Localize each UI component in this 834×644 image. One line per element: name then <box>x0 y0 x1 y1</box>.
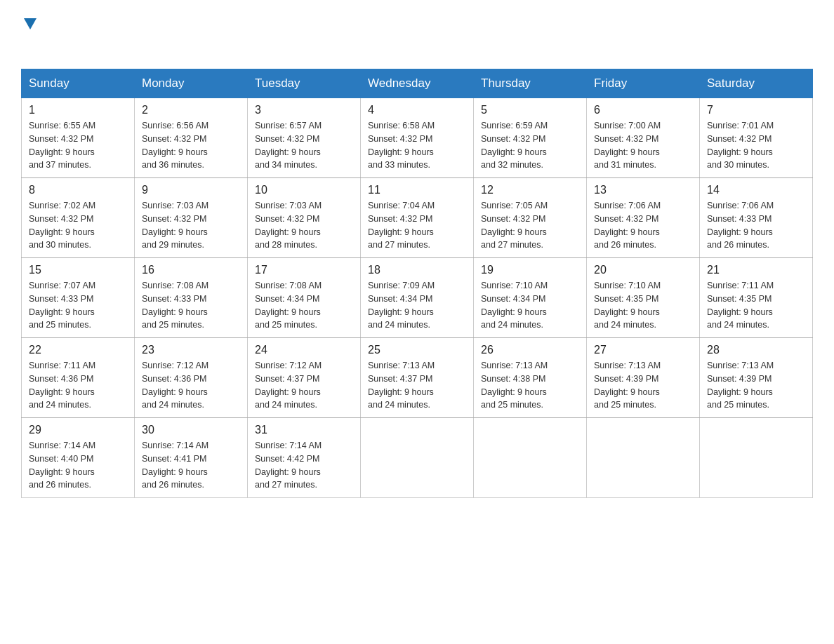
calendar-cell: 29 Sunrise: 7:14 AMSunset: 4:40 PMDaylig… <box>22 418 135 498</box>
weekday-header-monday: Monday <box>135 69 248 98</box>
calendar-cell: 23 Sunrise: 7:12 AMSunset: 4:36 PMDaylig… <box>135 338 248 418</box>
calendar-week-row: 29 Sunrise: 7:14 AMSunset: 4:40 PMDaylig… <box>22 418 813 498</box>
day-number: 24 <box>255 344 353 356</box>
day-number: 5 <box>481 104 579 116</box>
calendar-cell: 15 Sunrise: 7:07 AMSunset: 4:33 PMDaylig… <box>22 258 135 338</box>
day-info: Sunrise: 7:03 AMSunset: 4:32 PMDaylight:… <box>255 201 322 250</box>
day-number: 13 <box>594 184 692 196</box>
calendar-header-row: SundayMondayTuesdayWednesdayThursdayFrid… <box>22 69 813 98</box>
day-info: Sunrise: 6:59 AMSunset: 4:32 PMDaylight:… <box>481 121 548 170</box>
day-info: Sunrise: 7:03 AMSunset: 4:32 PMDaylight:… <box>142 201 208 250</box>
weekday-header-tuesday: Tuesday <box>248 69 361 98</box>
day-number: 15 <box>29 264 127 276</box>
day-number: 29 <box>29 424 127 436</box>
day-number: 3 <box>255 104 353 116</box>
day-info: Sunrise: 7:14 AMSunset: 4:41 PMDaylight:… <box>142 441 208 490</box>
calendar-cell: 8 Sunrise: 7:02 AMSunset: 4:32 PMDayligh… <box>22 178 135 258</box>
day-info: Sunrise: 7:13 AMSunset: 4:39 PMDaylight:… <box>594 361 661 410</box>
weekday-header-friday: Friday <box>587 69 700 98</box>
day-number: 1 <box>29 104 127 116</box>
day-info: Sunrise: 7:12 AMSunset: 4:36 PMDaylight:… <box>142 361 208 410</box>
day-info: Sunrise: 7:08 AMSunset: 4:34 PMDaylight:… <box>255 281 322 330</box>
day-info: Sunrise: 6:58 AMSunset: 4:32 PMDaylight:… <box>368 121 435 170</box>
calendar-cell: 26 Sunrise: 7:13 AMSunset: 4:38 PMDaylig… <box>474 338 587 418</box>
day-number: 18 <box>368 264 466 276</box>
day-info: Sunrise: 6:55 AMSunset: 4:32 PMDaylight:… <box>29 121 95 170</box>
calendar-cell: 4 Sunrise: 6:58 AMSunset: 4:32 PMDayligh… <box>361 98 474 178</box>
calendar-cell: 7 Sunrise: 7:01 AMSunset: 4:32 PMDayligh… <box>700 98 813 178</box>
calendar-cell: 21 Sunrise: 7:11 AMSunset: 4:35 PMDaylig… <box>700 258 813 338</box>
calendar-cell: 30 Sunrise: 7:14 AMSunset: 4:41 PMDaylig… <box>135 418 248 498</box>
day-info: Sunrise: 6:57 AMSunset: 4:32 PMDaylight:… <box>255 121 322 170</box>
calendar-cell: 16 Sunrise: 7:08 AMSunset: 4:33 PMDaylig… <box>135 258 248 338</box>
day-info: Sunrise: 7:09 AMSunset: 4:34 PMDaylight:… <box>368 281 435 330</box>
weekday-header-sunday: Sunday <box>22 69 135 98</box>
calendar-cell: 11 Sunrise: 7:04 AMSunset: 4:32 PMDaylig… <box>361 178 474 258</box>
day-number: 22 <box>29 344 127 356</box>
calendar-cell <box>361 418 474 498</box>
calendar-cell: 1 Sunrise: 6:55 AMSunset: 4:32 PMDayligh… <box>22 98 135 178</box>
calendar-cell: 10 Sunrise: 7:03 AMSunset: 4:32 PMDaylig… <box>248 178 361 258</box>
calendar-cell: 17 Sunrise: 7:08 AMSunset: 4:34 PMDaylig… <box>248 258 361 338</box>
calendar-cell: 25 Sunrise: 7:13 AMSunset: 4:37 PMDaylig… <box>361 338 474 418</box>
day-number: 27 <box>594 344 692 356</box>
day-info: Sunrise: 7:02 AMSunset: 4:32 PMDaylight:… <box>29 201 95 250</box>
day-info: Sunrise: 7:13 AMSunset: 4:39 PMDaylight:… <box>707 361 774 410</box>
calendar-cell: 20 Sunrise: 7:10 AMSunset: 4:35 PMDaylig… <box>587 258 700 338</box>
day-info: Sunrise: 7:10 AMSunset: 4:34 PMDaylight:… <box>481 281 548 330</box>
day-info: Sunrise: 7:01 AMSunset: 4:32 PMDaylight:… <box>707 121 774 170</box>
day-info: Sunrise: 7:06 AMSunset: 4:33 PMDaylight:… <box>707 201 774 250</box>
calendar-week-row: 1 Sunrise: 6:55 AMSunset: 4:32 PMDayligh… <box>22 98 813 178</box>
day-number: 23 <box>142 344 240 356</box>
calendar-cell <box>587 418 700 498</box>
day-number: 8 <box>29 184 127 196</box>
day-info: Sunrise: 7:12 AMSunset: 4:37 PMDaylight:… <box>255 361 322 410</box>
calendar-cell: 2 Sunrise: 6:56 AMSunset: 4:32 PMDayligh… <box>135 98 248 178</box>
calendar-cell: 13 Sunrise: 7:06 AMSunset: 4:32 PMDaylig… <box>587 178 700 258</box>
weekday-header-thursday: Thursday <box>474 69 587 98</box>
calendar-cell: 12 Sunrise: 7:05 AMSunset: 4:32 PMDaylig… <box>474 178 587 258</box>
calendar-cell: 31 Sunrise: 7:14 AMSunset: 4:42 PMDaylig… <box>248 418 361 498</box>
day-info: Sunrise: 7:13 AMSunset: 4:38 PMDaylight:… <box>481 361 548 410</box>
calendar-cell <box>474 418 587 498</box>
day-info: Sunrise: 7:11 AMSunset: 4:35 PMDaylight:… <box>707 281 774 330</box>
day-number: 28 <box>707 344 805 356</box>
day-info: Sunrise: 7:04 AMSunset: 4:32 PMDaylight:… <box>368 201 435 250</box>
day-number: 25 <box>368 344 466 356</box>
calendar-cell: 28 Sunrise: 7:13 AMSunset: 4:39 PMDaylig… <box>700 338 813 418</box>
calendar-cell: 19 Sunrise: 7:10 AMSunset: 4:34 PMDaylig… <box>474 258 587 338</box>
day-info: Sunrise: 7:08 AMSunset: 4:33 PMDaylight:… <box>142 281 208 330</box>
day-number: 10 <box>255 184 353 196</box>
day-number: 12 <box>481 184 579 196</box>
calendar-cell: 9 Sunrise: 7:03 AMSunset: 4:32 PMDayligh… <box>135 178 248 258</box>
day-number: 21 <box>707 264 805 276</box>
day-number: 7 <box>707 104 805 116</box>
calendar-cell: 3 Sunrise: 6:57 AMSunset: 4:32 PMDayligh… <box>248 98 361 178</box>
page-header <box>21 14 813 55</box>
calendar-cell: 6 Sunrise: 7:00 AMSunset: 4:32 PMDayligh… <box>587 98 700 178</box>
day-info: Sunrise: 7:10 AMSunset: 4:35 PMDaylight:… <box>594 281 661 330</box>
calendar-week-row: 8 Sunrise: 7:02 AMSunset: 4:32 PMDayligh… <box>22 178 813 258</box>
day-number: 20 <box>594 264 692 276</box>
calendar-cell: 24 Sunrise: 7:12 AMSunset: 4:37 PMDaylig… <box>248 338 361 418</box>
svg-marker-0 <box>24 18 37 29</box>
day-info: Sunrise: 7:14 AMSunset: 4:42 PMDaylight:… <box>255 441 322 490</box>
day-number: 2 <box>142 104 240 116</box>
calendar-week-row: 22 Sunrise: 7:11 AMSunset: 4:36 PMDaylig… <box>22 338 813 418</box>
day-number: 31 <box>255 424 353 436</box>
day-number: 14 <box>707 184 805 196</box>
calendar-week-row: 15 Sunrise: 7:07 AMSunset: 4:33 PMDaylig… <box>22 258 813 338</box>
calendar-table: SundayMondayTuesdayWednesdayThursdayFrid… <box>21 69 813 498</box>
day-number: 6 <box>594 104 692 116</box>
day-number: 9 <box>142 184 240 196</box>
calendar-cell: 18 Sunrise: 7:09 AMSunset: 4:34 PMDaylig… <box>361 258 474 338</box>
logo <box>21 14 38 55</box>
logo-arrow-icon <box>22 15 38 31</box>
day-number: 4 <box>368 104 466 116</box>
weekday-header-wednesday: Wednesday <box>361 69 474 98</box>
calendar-cell: 5 Sunrise: 6:59 AMSunset: 4:32 PMDayligh… <box>474 98 587 178</box>
day-number: 19 <box>481 264 579 276</box>
day-number: 16 <box>142 264 240 276</box>
day-info: Sunrise: 7:06 AMSunset: 4:32 PMDaylight:… <box>594 201 661 250</box>
calendar-cell: 27 Sunrise: 7:13 AMSunset: 4:39 PMDaylig… <box>587 338 700 418</box>
